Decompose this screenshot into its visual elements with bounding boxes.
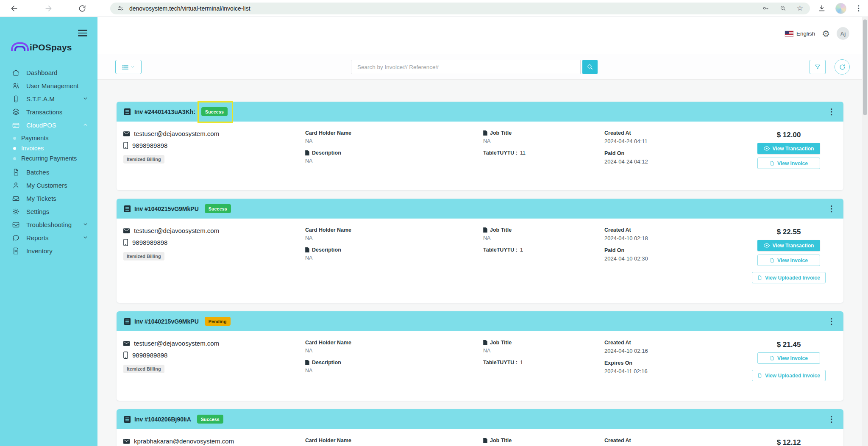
customer-phone-row: 9898989898: [123, 352, 305, 359]
job-title-value: NA: [483, 138, 604, 144]
chevron-up-icon: [83, 122, 88, 129]
card-menu-icon[interactable]: ⋮: [827, 317, 836, 325]
search-input[interactable]: [351, 60, 581, 74]
view-uploaded-invoice-button[interactable]: View Uploaded Invoice: [752, 272, 826, 283]
sidebar-item-dashboard[interactable]: Dashboard: [0, 66, 97, 79]
invoice-icon: [124, 108, 131, 115]
dates-column: Created At2024-04-24 04:11 Paid On2024-0…: [604, 130, 744, 171]
view-uploaded-invoice-button[interactable]: View Uploaded Invoice: [752, 370, 826, 381]
sidebar-item-batches[interactable]: Batches: [0, 166, 97, 179]
contact-column: testuser@dejavoosystem.com 9898989898 It…: [123, 130, 305, 163]
browser-toolbar: denovosystem.tech/virtual-terminal/invoi…: [0, 0, 868, 17]
created-at-value: 2024-04-10 02:16: [604, 348, 744, 354]
customer-email-row: testuser@dejavoosystem.com: [123, 227, 305, 234]
bookmark-star-icon[interactable]: ☆: [797, 5, 803, 12]
chevron-down-icon: [83, 95, 88, 102]
view-invoice-button[interactable]: View Invoice: [757, 255, 820, 266]
filter-button[interactable]: [810, 60, 826, 74]
chevron-down-icon: [131, 65, 135, 69]
expires-on-value: 2024-04-11 02:16: [604, 368, 744, 374]
page-scrollbar[interactable]: [862, 17, 868, 446]
created-at-label: Created At: [604, 130, 744, 136]
inbox-icon: [12, 194, 20, 202]
sidebar-item-reports[interactable]: Reports: [0, 231, 97, 244]
invoice-card-header: Inv #1040206Bj90IiA Success ⋮: [117, 409, 843, 429]
description-label: Description: [312, 360, 341, 366]
view-transaction-button[interactable]: View Transaction: [757, 143, 820, 154]
job-column: Job Title NA TableTUYTU :1: [483, 340, 604, 371]
phone-icon: [123, 352, 128, 359]
browser-forward-icon[interactable]: [44, 4, 53, 13]
sidebar-item-my-customers[interactable]: My Customers: [0, 179, 97, 192]
page-icon: [305, 247, 309, 252]
sidebar-toggle-icon[interactable]: [78, 28, 87, 38]
invoice-number: Inv #1040215vG9MkPU: [134, 318, 199, 325]
sidebar-item-my-tickets[interactable]: My Tickets: [0, 192, 97, 205]
chevron-down-icon: [83, 234, 88, 241]
sidebar-item-troubleshooting[interactable]: Troubleshooting: [0, 218, 97, 231]
downloads-icon[interactable]: [818, 4, 826, 13]
sidebar-subitem-payments[interactable]: Payments: [0, 133, 97, 143]
customer-phone: 9898989898: [132, 142, 167, 149]
file-icon: [770, 161, 774, 166]
card-menu-icon[interactable]: ⋮: [827, 415, 836, 423]
scrollbar-thumb[interactable]: [863, 19, 867, 115]
invoice-amount: $ 22.55: [777, 228, 801, 236]
funnel-icon: [814, 64, 821, 70]
browser-profile-avatar[interactable]: [835, 3, 846, 14]
language-selector[interactable]: English: [785, 30, 815, 37]
sidebar-item-user-management[interactable]: User Management: [0, 79, 97, 92]
created-at-value: 2024-04-24 04:11: [604, 138, 744, 144]
view-invoice-button[interactable]: View Invoice: [757, 352, 820, 364]
dates-column: Created At2024-04-10 02:18 Paid On2024-0…: [604, 227, 744, 268]
url-text[interactable]: denovosystem.tech/virtual-terminal/invoi…: [129, 5, 757, 12]
sidebar-subitem-invoices[interactable]: Invoices: [0, 143, 97, 153]
file-icon: [12, 168, 20, 176]
address-bar[interactable]: denovosystem.tech/virtual-terminal/invoi…: [110, 3, 810, 14]
settings-gear-icon[interactable]: ⚙: [822, 29, 830, 38]
site-settings-icon[interactable]: [117, 5, 124, 12]
sidebar-subitem-recurring-payments[interactable]: Recurring Payments: [0, 153, 97, 163]
invoice-amount: $ 12.12: [777, 438, 801, 446]
card-icon: [12, 121, 20, 129]
browser-back-icon[interactable]: [10, 4, 19, 13]
us-flag-icon: [785, 31, 793, 36]
password-key-icon[interactable]: [762, 5, 769, 12]
view-mode-dropdown[interactable]: [115, 60, 142, 74]
sidebar-item-steam[interactable]: S.T.E.A.M: [0, 92, 97, 105]
card-menu-icon[interactable]: ⋮: [827, 205, 836, 213]
phone-icon: [123, 142, 128, 149]
browser-menu-icon[interactable]: ⋮: [855, 5, 862, 12]
job-title-label: Job Title: [490, 130, 512, 136]
document-icon: [12, 247, 20, 255]
view-transaction-button[interactable]: View Transaction: [757, 240, 820, 251]
logo-rainbow-icon: [11, 44, 25, 51]
list-toolbar: [97, 54, 868, 80]
card-holder-label: Card Holder Name: [305, 227, 483, 233]
sidebar-item-settings[interactable]: Settings: [0, 205, 97, 218]
cloudpos-submenu: Payments Invoices Recurring Payments: [0, 132, 97, 166]
sidebar-item-transactions[interactable]: Transactions: [0, 105, 97, 119]
card-menu-icon[interactable]: ⋮: [827, 108, 836, 116]
cardholder-column: Card Holder NameNA Description NA: [305, 340, 483, 380]
search-button[interactable]: [582, 60, 598, 74]
archive-box-icon: [12, 221, 20, 229]
search-icon: [587, 64, 593, 70]
email-icon: [123, 439, 130, 444]
page-icon: [305, 360, 309, 365]
zoom-icon[interactable]: [779, 5, 787, 12]
refresh-button[interactable]: [835, 59, 850, 75]
status-badge: Success: [205, 204, 231, 213]
user-avatar[interactable]: Aj: [837, 27, 849, 40]
sidebar-item-inventory[interactable]: Inventory: [0, 244, 97, 258]
paid-on-value: 2024-04-10 02:30: [604, 255, 744, 262]
cardholder-column: Card Holder NameNA Description NA: [305, 130, 483, 170]
browser-reload-icon[interactable]: [78, 4, 86, 13]
sidebar-item-cloudpos[interactable]: CloudPOS: [0, 119, 97, 132]
itemized-billing-chip: Itemized Billing: [123, 155, 164, 163]
invoice-card-header: Inv #1040215vG9MkPU Pending ⋮: [117, 311, 843, 331]
paid-on-value: 2024-04-24 04:12: [604, 158, 744, 165]
page-icon: [483, 227, 487, 233]
view-invoice-button[interactable]: View Invoice: [757, 158, 820, 169]
customer-phone-row: 9898989898: [123, 239, 305, 246]
